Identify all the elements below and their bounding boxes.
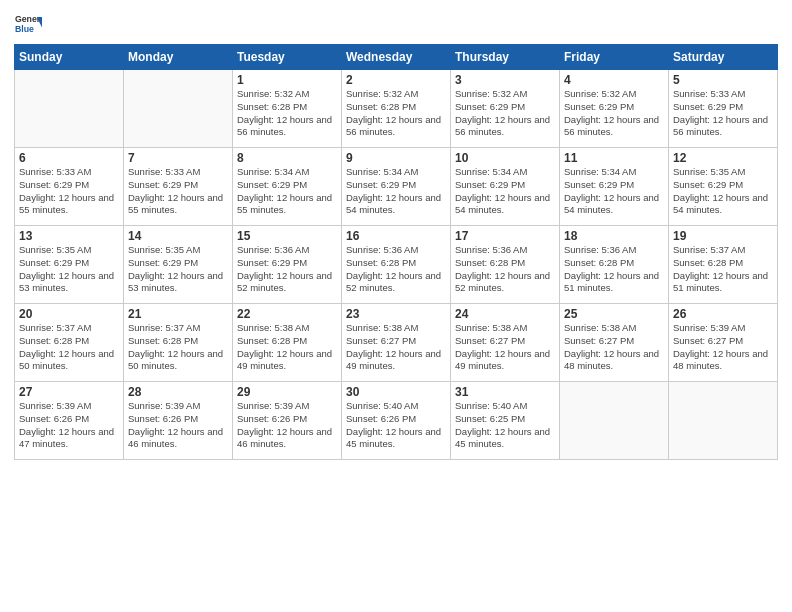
day-info: Sunrise: 5:35 AM Sunset: 6:29 PM Dayligh…	[19, 244, 119, 295]
day-number: 15	[237, 229, 337, 243]
day-number: 13	[19, 229, 119, 243]
day-number: 16	[346, 229, 446, 243]
day-number: 23	[346, 307, 446, 321]
day-info: Sunrise: 5:32 AM Sunset: 6:28 PM Dayligh…	[237, 88, 337, 139]
calendar-cell: 2Sunrise: 5:32 AM Sunset: 6:28 PM Daylig…	[342, 70, 451, 148]
weekday-header-sunday: Sunday	[15, 45, 124, 70]
weekday-header-wednesday: Wednesday	[342, 45, 451, 70]
calendar-cell: 19Sunrise: 5:37 AM Sunset: 6:28 PM Dayli…	[669, 226, 778, 304]
calendar-table: SundayMondayTuesdayWednesdayThursdayFrid…	[14, 44, 778, 460]
day-number: 4	[564, 73, 664, 87]
day-info: Sunrise: 5:38 AM Sunset: 6:28 PM Dayligh…	[237, 322, 337, 373]
day-info: Sunrise: 5:36 AM Sunset: 6:28 PM Dayligh…	[455, 244, 555, 295]
day-number: 17	[455, 229, 555, 243]
calendar-cell: 16Sunrise: 5:36 AM Sunset: 6:28 PM Dayli…	[342, 226, 451, 304]
calendar-cell: 6Sunrise: 5:33 AM Sunset: 6:29 PM Daylig…	[15, 148, 124, 226]
calendar-cell: 1Sunrise: 5:32 AM Sunset: 6:28 PM Daylig…	[233, 70, 342, 148]
day-number: 8	[237, 151, 337, 165]
calendar-cell: 9Sunrise: 5:34 AM Sunset: 6:29 PM Daylig…	[342, 148, 451, 226]
weekday-header-thursday: Thursday	[451, 45, 560, 70]
calendar-cell: 12Sunrise: 5:35 AM Sunset: 6:29 PM Dayli…	[669, 148, 778, 226]
calendar-cell: 20Sunrise: 5:37 AM Sunset: 6:28 PM Dayli…	[15, 304, 124, 382]
calendar-cell: 17Sunrise: 5:36 AM Sunset: 6:28 PM Dayli…	[451, 226, 560, 304]
calendar-cell	[669, 382, 778, 460]
calendar-cell: 21Sunrise: 5:37 AM Sunset: 6:28 PM Dayli…	[124, 304, 233, 382]
day-number: 25	[564, 307, 664, 321]
day-info: Sunrise: 5:33 AM Sunset: 6:29 PM Dayligh…	[673, 88, 773, 139]
calendar-cell: 14Sunrise: 5:35 AM Sunset: 6:29 PM Dayli…	[124, 226, 233, 304]
day-number: 31	[455, 385, 555, 399]
calendar-cell: 15Sunrise: 5:36 AM Sunset: 6:29 PM Dayli…	[233, 226, 342, 304]
calendar-cell	[15, 70, 124, 148]
calendar-cell: 13Sunrise: 5:35 AM Sunset: 6:29 PM Dayli…	[15, 226, 124, 304]
weekday-header-monday: Monday	[124, 45, 233, 70]
day-info: Sunrise: 5:33 AM Sunset: 6:29 PM Dayligh…	[19, 166, 119, 217]
day-info: Sunrise: 5:36 AM Sunset: 6:29 PM Dayligh…	[237, 244, 337, 295]
day-info: Sunrise: 5:39 AM Sunset: 6:27 PM Dayligh…	[673, 322, 773, 373]
calendar-week-3: 13Sunrise: 5:35 AM Sunset: 6:29 PM Dayli…	[15, 226, 778, 304]
day-number: 18	[564, 229, 664, 243]
weekday-header-friday: Friday	[560, 45, 669, 70]
calendar-cell: 18Sunrise: 5:36 AM Sunset: 6:28 PM Dayli…	[560, 226, 669, 304]
calendar-cell: 29Sunrise: 5:39 AM Sunset: 6:26 PM Dayli…	[233, 382, 342, 460]
calendar-cell: 5Sunrise: 5:33 AM Sunset: 6:29 PM Daylig…	[669, 70, 778, 148]
calendar-cell	[560, 382, 669, 460]
logo: General Blue	[14, 10, 45, 38]
weekday-header-saturday: Saturday	[669, 45, 778, 70]
day-info: Sunrise: 5:36 AM Sunset: 6:28 PM Dayligh…	[346, 244, 446, 295]
day-info: Sunrise: 5:35 AM Sunset: 6:29 PM Dayligh…	[128, 244, 228, 295]
page-header: General Blue	[14, 10, 778, 38]
calendar-cell: 24Sunrise: 5:38 AM Sunset: 6:27 PM Dayli…	[451, 304, 560, 382]
day-info: Sunrise: 5:34 AM Sunset: 6:29 PM Dayligh…	[564, 166, 664, 217]
day-info: Sunrise: 5:39 AM Sunset: 6:26 PM Dayligh…	[19, 400, 119, 451]
day-number: 3	[455, 73, 555, 87]
day-number: 12	[673, 151, 773, 165]
day-info: Sunrise: 5:33 AM Sunset: 6:29 PM Dayligh…	[128, 166, 228, 217]
day-info: Sunrise: 5:37 AM Sunset: 6:28 PM Dayligh…	[128, 322, 228, 373]
calendar-cell: 25Sunrise: 5:38 AM Sunset: 6:27 PM Dayli…	[560, 304, 669, 382]
day-info: Sunrise: 5:38 AM Sunset: 6:27 PM Dayligh…	[564, 322, 664, 373]
day-info: Sunrise: 5:40 AM Sunset: 6:25 PM Dayligh…	[455, 400, 555, 451]
calendar-cell: 31Sunrise: 5:40 AM Sunset: 6:25 PM Dayli…	[451, 382, 560, 460]
day-number: 2	[346, 73, 446, 87]
day-number: 5	[673, 73, 773, 87]
day-info: Sunrise: 5:38 AM Sunset: 6:27 PM Dayligh…	[346, 322, 446, 373]
day-number: 21	[128, 307, 228, 321]
calendar-cell	[124, 70, 233, 148]
calendar-cell: 26Sunrise: 5:39 AM Sunset: 6:27 PM Dayli…	[669, 304, 778, 382]
day-info: Sunrise: 5:34 AM Sunset: 6:29 PM Dayligh…	[237, 166, 337, 217]
day-number: 11	[564, 151, 664, 165]
day-number: 19	[673, 229, 773, 243]
calendar-cell: 28Sunrise: 5:39 AM Sunset: 6:26 PM Dayli…	[124, 382, 233, 460]
day-number: 28	[128, 385, 228, 399]
calendar-cell: 22Sunrise: 5:38 AM Sunset: 6:28 PM Dayli…	[233, 304, 342, 382]
svg-text:Blue: Blue	[15, 24, 34, 34]
calendar-week-5: 27Sunrise: 5:39 AM Sunset: 6:26 PM Dayli…	[15, 382, 778, 460]
calendar-cell: 7Sunrise: 5:33 AM Sunset: 6:29 PM Daylig…	[124, 148, 233, 226]
calendar-cell: 27Sunrise: 5:39 AM Sunset: 6:26 PM Dayli…	[15, 382, 124, 460]
day-info: Sunrise: 5:34 AM Sunset: 6:29 PM Dayligh…	[346, 166, 446, 217]
calendar-cell: 23Sunrise: 5:38 AM Sunset: 6:27 PM Dayli…	[342, 304, 451, 382]
calendar-cell: 11Sunrise: 5:34 AM Sunset: 6:29 PM Dayli…	[560, 148, 669, 226]
day-number: 29	[237, 385, 337, 399]
day-info: Sunrise: 5:32 AM Sunset: 6:29 PM Dayligh…	[455, 88, 555, 139]
day-info: Sunrise: 5:34 AM Sunset: 6:29 PM Dayligh…	[455, 166, 555, 217]
day-number: 20	[19, 307, 119, 321]
day-info: Sunrise: 5:32 AM Sunset: 6:29 PM Dayligh…	[564, 88, 664, 139]
day-number: 30	[346, 385, 446, 399]
day-info: Sunrise: 5:39 AM Sunset: 6:26 PM Dayligh…	[128, 400, 228, 451]
day-number: 26	[673, 307, 773, 321]
day-info: Sunrise: 5:40 AM Sunset: 6:26 PM Dayligh…	[346, 400, 446, 451]
day-info: Sunrise: 5:39 AM Sunset: 6:26 PM Dayligh…	[237, 400, 337, 451]
day-info: Sunrise: 5:36 AM Sunset: 6:28 PM Dayligh…	[564, 244, 664, 295]
day-info: Sunrise: 5:35 AM Sunset: 6:29 PM Dayligh…	[673, 166, 773, 217]
day-number: 22	[237, 307, 337, 321]
calendar-cell: 3Sunrise: 5:32 AM Sunset: 6:29 PM Daylig…	[451, 70, 560, 148]
day-number: 14	[128, 229, 228, 243]
day-number: 7	[128, 151, 228, 165]
calendar-cell: 30Sunrise: 5:40 AM Sunset: 6:26 PM Dayli…	[342, 382, 451, 460]
calendar-week-1: 1Sunrise: 5:32 AM Sunset: 6:28 PM Daylig…	[15, 70, 778, 148]
day-number: 6	[19, 151, 119, 165]
calendar-week-2: 6Sunrise: 5:33 AM Sunset: 6:29 PM Daylig…	[15, 148, 778, 226]
day-number: 9	[346, 151, 446, 165]
